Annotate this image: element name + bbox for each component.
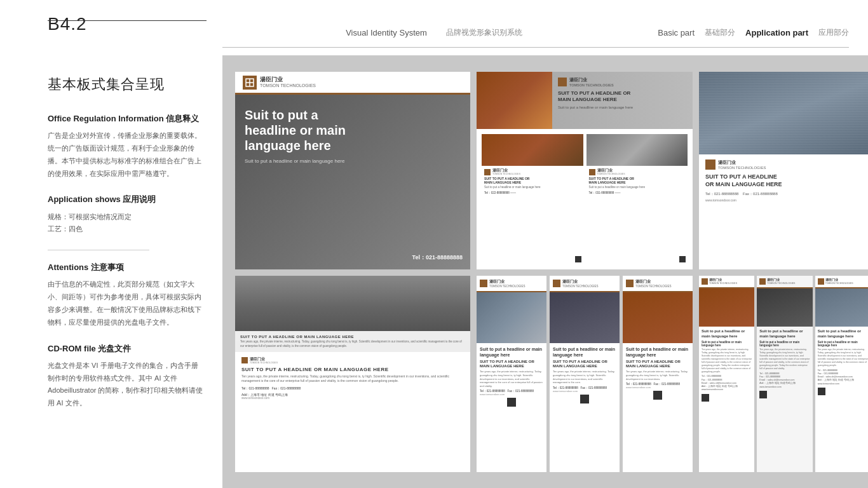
v1-website: www.tomsondoor.com [480,393,543,396]
section-2-item-2: 工艺：四色 [48,223,203,236]
section-1-title: Office Regulation Information 信息释义 [48,113,203,125]
tc3-qr [818,388,825,395]
tall-card-3: 湯臣门业 TOMSON TECHNOLOGIES Suit to put a h… [815,276,868,472]
nav-basic-part-cn: 基础部分 [705,27,735,38]
nav-application-part-cn: 应用部分 [818,27,849,38]
section-1-body: 广告是企业对外宣传，传播企业形象的重要载体。统一的广告版面设计规范，有利于企业形… [48,130,203,180]
tc2-header: 湯臣门业 TOMSON TECHNOLOGIES [757,276,812,288]
section-3-title: Attentions 注意事项 [48,262,203,273]
mini-card-1-img [482,134,583,166]
nav-vi-system: Visual Identity System [346,28,427,37]
v1-sub: SUIT TO PUT A HEADLINE OR MAIN LANGUAGE … [480,360,543,369]
card-4-logo [241,357,248,363]
mini-brand-en-2: TOMSON TECHNOLOGIES [569,83,614,87]
page-header: B4.2 Visual Identity System 品牌视觉形象识别系统 B… [0,0,868,56]
tiny-brand-2: 湯臣门业 [597,168,625,173]
section-4-title: CD-ROM file 光盘文件 [48,343,203,355]
v2-img [550,292,620,343]
tc2-text: Ten years ago, the private interne, rest… [759,348,810,370]
mini-qr-1 [575,256,581,262]
card-2-top: 湯臣门业 TOMSON TECHNOLOGIES SUIT TO PUT A H… [477,72,693,129]
mini-card-2-img [587,134,688,166]
card-4-headline: SUIT TO PUT A HEADLINE OR MAIN LANGUAGE … [241,367,464,372]
tiny-brand-en-2b: TOMSON TECHNOLOGIES [597,173,625,175]
v1-body: Suit to put a headline or main language … [477,343,546,472]
card-2-content: 湯臣门业 TOMSON TECHNOLOGIES Suit to put a h… [477,129,693,269]
v1-qr [507,398,516,407]
v3-qr [653,391,662,400]
card-3-tel: Tel：021-88888888 Fax：021-88888888 [705,191,864,197]
header-left: B4.2 [0,14,222,42]
brand-name-en-1: TOMSON TECHNOLOGIES [260,83,316,88]
mini-brand-name-2: 湯臣门业 [569,77,614,83]
tc1-logo [702,278,708,285]
tiny-logo-2 [589,169,595,175]
tc1-img [699,288,754,327]
v3-text: Ten years ago, the private interne, rest… [626,370,689,381]
tc2-img [757,288,812,327]
section-2-title: Application shows 应用说明 [48,194,203,205]
mini-headline-1: Suit to put a headline ormain language h… [484,177,581,184]
mini-tel-2: Tel：031-88888888 —— [589,191,686,194]
mini-logo-box-2 [558,78,567,86]
v2-sub: SUIT TO PUT A HEADLINE OR MAIN LANGUAGE … [553,360,616,369]
card-2-top-img [477,72,552,129]
card-2-logo-area: 湯臣门业 TOMSON TECHNOLOGIES [558,77,688,87]
brand-logo-icon-1 [243,76,257,90]
sidebar: 基本板式集合呈现 Office Regulation Information 信… [0,56,222,488]
v3-sub: SUIT TO PUT A HEADLINE OR MAIN LANGUAGE … [626,360,689,369]
card-three-vertical: 湯臣门业 TOMSON TECHNOLOGIES Suit to put a h… [477,276,693,472]
card-4-overlay-text: Ten years ago, the private interne, rest… [240,340,465,348]
card-3-headline: SUIT TO PUT A HEADLINEOR MAIN LANGUAGE H… [705,173,864,188]
header-right-nav: Basic part 基础部分 Application part 应用部分 [646,0,868,56]
card-4-img: SUIT TO PUT A HEADLINE OR MAIN LANGUAGE … [235,276,470,352]
v3-body: Suit to put a headline or main language … [623,343,693,472]
section-4-body: 光盘文件是本 VI 手册电子文件的集合，内含手册制作时的专用软件格式文件。其中 … [48,360,203,410]
card-1-hero: Suit to put a headline or main language … [235,95,470,269]
card-tall-three: 湯臣门业 TOMSON TECHNOLOGIES Suit to put a h… [699,276,868,472]
v3-logo [626,280,634,287]
brand-name-1: 湯臣门业 [260,77,316,83]
v3-header: 湯臣门业 TOMSON TECHNOLOGIES [623,276,693,292]
materials-grid: 湯臣门业 TOMSON TECHNOLOGIES Suit to put a h… [235,72,855,472]
mini-body-1: Suit to put a headline or main language … [484,186,581,189]
card-3-texture [699,72,868,154]
card-4-tel: Tel：021-88888888 Fax：021-88888888 [241,386,464,390]
v1-headline: Suit to put a headline or main language … [480,346,543,358]
tc1-text: Ten years ago, the private interne, rest… [702,348,752,373]
card-3-brand: 湯臣门业 [718,159,766,166]
card-right-top: 湯臣门业 TOMSON TECHNOLOGIES SUIT TO PUT A H… [699,72,868,269]
tc3-body: Suit to put a headline or main language … [815,327,868,472]
card-4-logo-row: 湯臣门业 TOMSON TECHNOLOGIES [241,357,464,364]
v2-header: 湯臣门业 TOMSON TECHNOLOGIES [550,276,620,292]
v1-img [477,292,546,343]
nav-vi-system-cn: 品牌视觉形象识别系统 [446,27,522,38]
tc3-sub: Suit to put a headline or main language … [818,341,868,348]
card-3-content: 湯臣门业 TOMSON TECHNOLOGIES SUIT TO PUT A H… [699,154,868,269]
v-card-1: 湯臣门业 TOMSON TECHNOLOGIES Suit to put a h… [477,276,546,472]
card-3-logo-icon [705,159,715,170]
header-center-nav: Visual Identity System 品牌视觉形象识别系统 [222,0,646,56]
v1-header: 湯臣门业 TOMSON TECHNOLOGIES [477,276,546,292]
v-card-2: 湯臣门业 TOMSON TECHNOLOGIES Suit to put a h… [550,276,620,472]
tc2-headline: Suit to put a headline or main language … [759,329,810,339]
tc1-headline: Suit to put a headline or main language … [702,329,752,339]
card-4-overlay-headline: SUIT TO PUT A HEADLINE OR MAIN LANGUAGE … [240,335,465,339]
card-bottom-left: SUIT TO PUT A HEADLINE OR MAIN LANGUAGE … [235,276,470,472]
mini-body-2: Suit to put a headline or main language … [589,186,686,189]
tc3-brand-en: TOMSON TECHNOLOGIES [825,282,853,285]
tc1-header: 湯臣门业 TOMSON TECHNOLOGIES [699,276,754,288]
card-4-website: www.tomsondoor.com [241,396,464,400]
tc3-header: 湯臣门业 TOMSON TECHNOLOGIES [815,276,868,288]
v2-brand-en: TOMSON TECHNOLOGIES [562,285,599,288]
mini-card-2: 湯臣门业 TOMSON TECHNOLOGIES Suit to put a h… [587,134,688,264]
tiny-brand-en-1: TOMSON TECHNOLOGIES [492,173,520,175]
mini-card-1: 湯臣门业 TOMSON TECHNOLOGIES Suit to put a h… [482,134,583,264]
card-1-subheadline: Suit to put a headline or main language … [245,158,372,164]
tc2-logo [759,278,766,285]
tc1-body: Suit to put a headline or main language … [699,327,754,472]
sidebar-title: 基本板式集合呈现 [48,75,203,94]
section-2-item-1: 规格：可根据实地情况而定 [48,211,203,224]
tiny-brand-1: 湯臣门业 [492,168,520,173]
card-middle-top: 湯臣门业 TOMSON TECHNOLOGIES SUIT TO PUT A H… [477,72,693,269]
